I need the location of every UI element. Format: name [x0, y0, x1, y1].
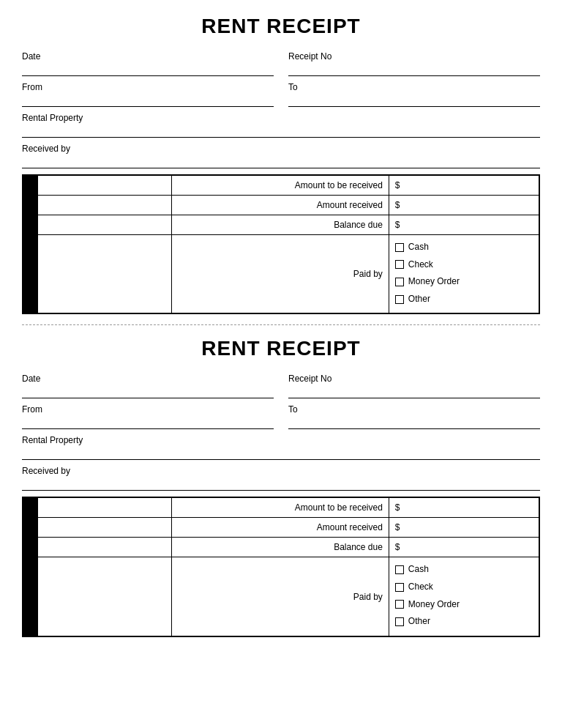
check-checkbox-1[interactable] — [395, 260, 404, 269]
receipt-no-field-2: Receipt No — [288, 374, 540, 398]
left-empty-8 — [38, 557, 172, 636]
other-checkbox-1[interactable] — [395, 295, 404, 304]
balance-due-row-2: Balance due $ — [23, 538, 539, 557]
check-checkbox-2[interactable] — [395, 583, 404, 592]
from-line-2[interactable] — [22, 416, 274, 429]
balance-due-value-1[interactable]: $ — [389, 215, 539, 235]
paid-by-row-2: Paid by Cash Check Money Order Other — [23, 557, 539, 636]
paid-by-options-1: Cash Check Money Order Other — [389, 235, 539, 314]
money-order-option-1[interactable]: Money Order — [395, 274, 533, 290]
from-field-1: From — [22, 82, 274, 107]
dollar-1-2: $ — [395, 502, 400, 513]
to-line-1[interactable] — [288, 94, 540, 107]
rental-property-row-1: Rental Property — [22, 113, 540, 138]
cash-label-1: Cash — [408, 239, 429, 256]
date-label-1: Date — [22, 51, 274, 62]
to-line-2[interactable] — [288, 416, 540, 429]
cash-option-1[interactable]: Cash — [395, 239, 533, 256]
dollar-2-1: $ — [395, 200, 400, 210]
date-receiptno-row-1: Date Receipt No — [22, 51, 540, 76]
cash-checkbox-2[interactable] — [395, 565, 404, 574]
paid-by-row-1: Paid by Cash Check Money Order Other — [23, 235, 539, 314]
from-label-1: From — [22, 82, 274, 92]
rental-property-label-2: Rental Property — [22, 435, 540, 445]
date-label-2: Date — [22, 374, 274, 384]
receipt-no-label-1: Receipt No — [288, 51, 540, 62]
other-checkbox-2[interactable] — [395, 617, 404, 626]
paid-by-options-2: Cash Check Money Order Other — [389, 557, 539, 636]
other-label-1: Other — [408, 291, 430, 308]
money-order-option-2[interactable]: Money Order — [395, 597, 533, 613]
dollar-3-1: $ — [395, 220, 400, 230]
from-to-row-2: From To — [22, 404, 540, 429]
cash-option-2[interactable]: Cash — [395, 562, 533, 578]
balance-due-row-1: Balance due $ — [23, 215, 539, 235]
amount-to-receive-row-1: Amount to be received $ — [23, 175, 539, 196]
date-line-1[interactable] — [22, 63, 274, 76]
received-by-line-2[interactable] — [22, 478, 540, 491]
from-label-2: From — [22, 404, 274, 415]
receipt-no-label-2: Receipt No — [288, 374, 540, 384]
amount-received-label-1: Amount received — [171, 196, 389, 215]
check-label-1: Check — [408, 257, 433, 273]
paid-by-label-1: Paid by — [171, 235, 389, 314]
money-order-checkbox-2[interactable] — [395, 600, 404, 609]
received-by-row-1: Received by — [22, 144, 540, 168]
other-label-2: Other — [408, 614, 430, 630]
rental-property-line-1[interactable] — [22, 125, 540, 138]
from-field-2: From — [22, 404, 274, 429]
receipt-title-1: RENT RECEIPT — [22, 15, 540, 38]
amount-received-row-1: Amount received $ — [23, 196, 539, 215]
check-option-1[interactable]: Check — [395, 257, 533, 273]
date-field-1: Date — [22, 51, 274, 76]
balance-due-label-2: Balance due — [171, 538, 389, 557]
check-option-2[interactable]: Check — [395, 579, 533, 595]
cash-label-2: Cash — [408, 562, 429, 578]
from-line-1[interactable] — [22, 94, 274, 107]
amount-received-label-2: Amount received — [171, 518, 389, 538]
amount-received-value-2[interactable]: $ — [389, 518, 539, 538]
left-empty-2 — [38, 196, 172, 215]
left-empty-7 — [38, 538, 172, 557]
from-to-row-1: From To — [22, 82, 540, 107]
receipt-no-line-2[interactable] — [288, 385, 540, 398]
dollar-3-2: $ — [395, 542, 400, 552]
left-empty-3 — [38, 215, 172, 235]
to-field-1: To — [288, 82, 540, 107]
received-by-line-1[interactable] — [22, 155, 540, 168]
receipt-2: RENT RECEIPT Date Receipt No From To Ren… — [22, 337, 540, 636]
receipt-title-2: RENT RECEIPT — [22, 337, 540, 360]
amount-to-receive-row-2: Amount to be received $ — [23, 497, 539, 518]
rental-property-row-2: Rental Property — [22, 435, 540, 460]
other-option-2[interactable]: Other — [395, 614, 533, 630]
receipt-table-2: Amount to be received $ Amount received … — [22, 497, 540, 636]
to-label-2: To — [288, 404, 540, 415]
balance-due-value-2[interactable]: $ — [389, 538, 539, 557]
rental-property-line-2[interactable] — [22, 447, 540, 460]
balance-due-label-1: Balance due — [171, 215, 389, 235]
receipt-1: RENT RECEIPT Date Receipt No From To Ren… — [22, 15, 540, 314]
money-order-checkbox-1[interactable] — [395, 278, 404, 286]
date-field-2: Date — [22, 374, 274, 398]
other-option-1[interactable]: Other — [395, 291, 533, 308]
received-by-label-2: Received by — [22, 466, 540, 476]
money-order-label-1: Money Order — [408, 274, 460, 290]
to-field-2: To — [288, 404, 540, 429]
cash-checkbox-1[interactable] — [395, 243, 404, 252]
dollar-1-1: $ — [395, 180, 400, 190]
black-bar-2 — [23, 497, 38, 636]
date-receiptno-row-2: Date Receipt No — [22, 374, 540, 398]
left-empty-5 — [38, 497, 172, 518]
receipt-no-line-1[interactable] — [288, 63, 540, 76]
section-divider — [22, 324, 540, 325]
left-empty-6 — [38, 518, 172, 538]
check-label-2: Check — [408, 579, 433, 595]
money-order-label-2: Money Order — [408, 597, 460, 613]
date-line-2[interactable] — [22, 385, 274, 398]
amount-to-receive-label-2: Amount to be received — [171, 497, 389, 518]
amount-received-value-1[interactable]: $ — [389, 196, 539, 215]
amount-to-receive-value-2[interactable]: $ — [389, 497, 539, 518]
amount-received-row-2: Amount received $ — [23, 518, 539, 538]
received-by-row-2: Received by — [22, 466, 540, 491]
amount-to-receive-value-1[interactable]: $ — [389, 175, 539, 196]
